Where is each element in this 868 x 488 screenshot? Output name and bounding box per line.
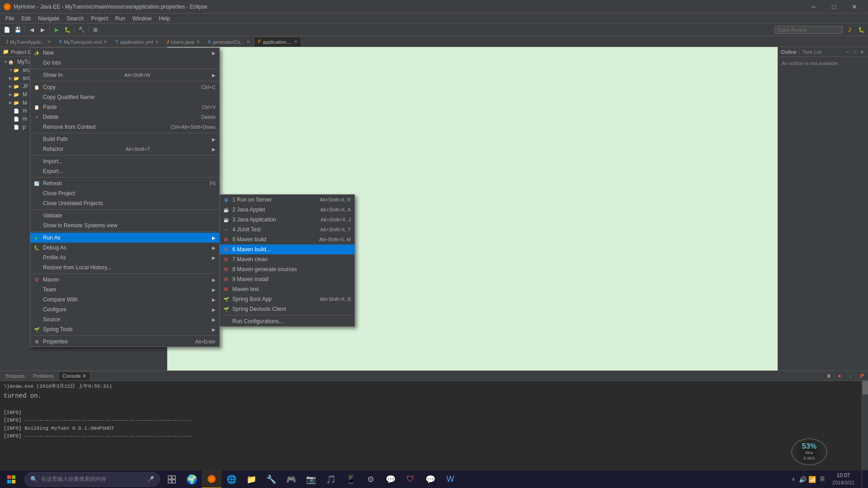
new-file-btn[interactable]: 📄 [2, 25, 12, 35]
tab-4-close[interactable]: ✕ [246, 39, 250, 44]
taskbar-chrome-icon[interactable]: 🌐 [222, 470, 241, 488]
ctx-refresh[interactable]: 🔄 Refresh F5 [30, 178, 219, 188]
menu-window[interactable]: Window [129, 14, 156, 23]
sub-maven-clean[interactable]: M 7 Maven clean [220, 254, 354, 264]
ctx-profile-as[interactable]: Profile As ▶ [30, 253, 219, 263]
sub-maven-install[interactable]: M 9 Maven install [220, 274, 354, 284]
sub-spring-devtools[interactable]: 🌱 Spring Devtools Client [220, 304, 354, 314]
ctx-configure[interactable]: Configure ▶ [30, 305, 219, 314]
outline-close[interactable]: ✕ [859, 49, 865, 55]
ctx-run-as[interactable]: ▶ Run As ▶ [30, 233, 219, 243]
menu-help[interactable]: Help [156, 14, 174, 23]
ctx-show-remote[interactable]: Show in Remote Systems view [30, 221, 219, 230]
ctx-build-path[interactable]: Build Path ▶ [30, 134, 219, 144]
taskbar-app-12[interactable]: 💬 [420, 470, 440, 488]
open-perspective-btn[interactable]: ⊞ [90, 25, 100, 35]
ctx-import[interactable]: Import... [30, 156, 219, 166]
outline-maximize[interactable]: □ [852, 49, 858, 55]
taskbar-search-box[interactable]: 🔍 在这里输入你要搜索的内容 🎤 [24, 472, 160, 487]
ctx-close-project[interactable]: Close Project [30, 188, 219, 198]
sub-spring-boot[interactable]: 🌱 Spring Boot App Alt+Shift+X, B [220, 294, 354, 304]
taskbar-app-11[interactable]: 🛡 [401, 470, 420, 488]
debug-btn[interactable]: 🐛 [62, 25, 72, 35]
taskbar-app-7[interactable]: 📷 [301, 470, 321, 488]
menu-run[interactable]: Run [112, 14, 129, 23]
ctx-new[interactable]: ✨ New ▶ [30, 48, 219, 58]
sub-run-configurations[interactable]: Run Configurations... [220, 316, 354, 326]
ctx-restore-history[interactable]: Restore from Local History... [30, 263, 219, 272]
tab-5[interactable]: P application.... ✕ [254, 37, 302, 47]
sub-run-on-server[interactable]: 🖥 1 Run on Server Alt+Shift+X, R [220, 195, 354, 205]
perspective-debug-btn[interactable]: 🐛 [856, 25, 866, 35]
ctx-go-into[interactable]: Go Into [30, 58, 219, 68]
problems-tab[interactable]: Problems [29, 371, 57, 380]
forward-btn[interactable]: ▶ [38, 25, 47, 35]
console-stop[interactable]: ■ [835, 371, 844, 381]
tasklist-tab[interactable]: Task List [802, 49, 822, 55]
ctx-delete[interactable]: ✕ Delete Delete [30, 112, 219, 122]
ctx-copy[interactable]: 📋 Copy Ctrl+C [30, 82, 219, 92]
tab-3-close[interactable]: ✕ [196, 39, 200, 44]
snippets-tab[interactable]: Snippets [2, 371, 28, 380]
console-pin[interactable]: 📌 [856, 371, 866, 381]
ctx-validate[interactable]: Validate [30, 211, 219, 221]
sub-maven-generate[interactable]: M 8 Maven generate-sources [220, 264, 354, 274]
menu-project[interactable]: Project [87, 14, 111, 23]
taskbar-browser-icon[interactable]: 🌍 [182, 470, 202, 488]
tab-4[interactable]: X generatorCo... ✕ [204, 37, 254, 47]
ctx-maven[interactable]: M Maven ▶ [30, 275, 219, 285]
tray-lang[interactable]: 英 [818, 475, 827, 483]
minimize-button[interactable]: ─ [803, 0, 824, 14]
save-btn[interactable]: 💾 [13, 25, 23, 35]
menu-edit[interactable]: Edit [18, 14, 34, 23]
ctx-remove-context[interactable]: Remove from Context Ctrl+Alt+Shift+Down [30, 122, 219, 132]
tray-chevron[interactable]: ∧ [790, 476, 797, 482]
ctx-debug-as[interactable]: 🐛 Debug As ▶ [30, 243, 219, 253]
taskbar-app-6[interactable]: 🎮 [281, 470, 301, 488]
tab-1[interactable]: X MyTuen/pom.xml ✕ [55, 37, 111, 47]
menu-file[interactable]: File [2, 14, 18, 23]
taskbar-explorer-icon[interactable]: 📁 [241, 470, 261, 488]
taskbar-task-view[interactable] [162, 470, 182, 488]
run-btn[interactable]: ▶ [52, 25, 61, 35]
tray-icon-2[interactable]: 📶 [808, 476, 816, 483]
tab-2-close[interactable]: ✕ [155, 39, 159, 44]
taskbar-app-5[interactable]: 🔧 [261, 470, 281, 488]
tray-icon-1[interactable]: 🔊 [799, 476, 807, 483]
close-button[interactable]: ✕ [844, 0, 864, 14]
taskbar-eclipse-icon[interactable] [202, 470, 222, 488]
console-scrollbar[interactable] [862, 381, 868, 470]
tab-1-close[interactable]: ✕ [104, 39, 107, 44]
taskbar-clock[interactable]: 10:07 2018/3/21 [829, 472, 858, 486]
sub-java-application[interactable]: ☕ 3 Java Application Alt+Shift+X, J [220, 215, 354, 225]
sub-maven-build-dots[interactable]: M 6 Maven build... [220, 244, 354, 254]
ctx-spring-tools[interactable]: 🌱 Spring Tools ▶ [30, 324, 219, 334]
ctx-copy-qualified[interactable]: Copy Qualified Name [30, 92, 219, 102]
ctx-close-unrelated[interactable]: Close Unrelated Projects [30, 198, 219, 208]
tab-3[interactable]: J Users.java ✕ [163, 37, 204, 47]
build-btn[interactable]: 🔨 [76, 25, 86, 35]
taskbar-app-8[interactable]: 🎵 [321, 470, 341, 488]
sub-maven-build[interactable]: M 5 Maven build Alt+Shift+X, M [220, 235, 354, 244]
start-button[interactable] [0, 470, 23, 488]
console-clear[interactable]: 🗑 [824, 371, 834, 381]
ctx-source[interactable]: Source ▶ [30, 314, 219, 324]
tab-2[interactable]: Y application.yml ✕ [111, 37, 162, 47]
ctx-team[interactable]: Team ▶ [30, 285, 219, 295]
quick-access-input[interactable] [775, 26, 843, 34]
menu-search[interactable]: Search [63, 14, 87, 23]
ctx-compare-with[interactable]: Compare With ▶ [30, 295, 219, 305]
ctx-paste[interactable]: 📋 Paste Ctrl+V [30, 102, 219, 112]
tab-5-close[interactable]: ✕ [294, 39, 297, 44]
maximize-button[interactable]: □ [824, 0, 844, 14]
console-tab[interactable]: Console ✕ [58, 371, 90, 380]
sub-junit-test[interactable]: ✓ 4 JUnit Test Alt+Shift+X, T [220, 225, 354, 235]
show-desktop-btn[interactable] [862, 470, 864, 488]
tab-0-close[interactable]: ✕ [47, 39, 51, 44]
sub-maven-test[interactable]: M Maven test [220, 284, 354, 294]
console-scrollbar-thumb[interactable] [863, 381, 868, 394]
ctx-refactor[interactable]: Refactor Alt+Shift+T ▶ [30, 144, 219, 154]
taskbar-wechat-icon[interactable]: 💬 [381, 470, 401, 488]
taskbar-word-icon[interactable]: W [440, 470, 460, 488]
perspective-java-btn[interactable]: J [844, 25, 854, 35]
